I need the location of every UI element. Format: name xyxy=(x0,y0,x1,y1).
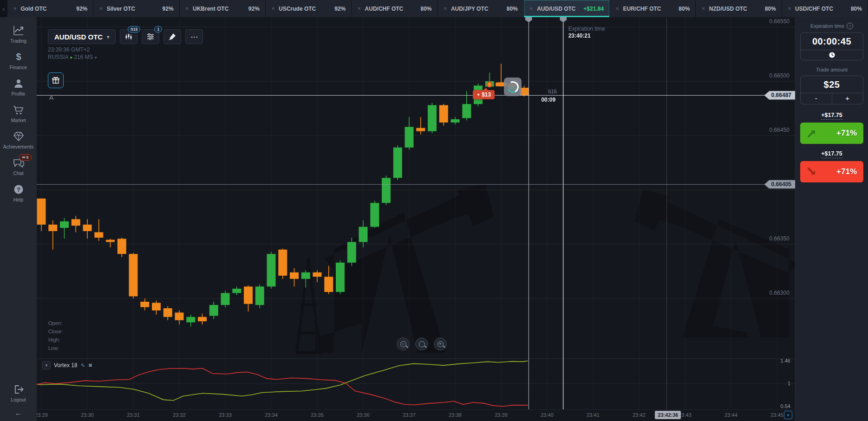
tab-asset-name: UKBrent OTC xyxy=(193,6,228,12)
tab-close-icon[interactable]: ✕ xyxy=(529,6,533,11)
price-axis-label: 0.66350 xyxy=(770,235,790,242)
svg-text:?: ? xyxy=(17,186,20,193)
current-price-badge: 0.66487 xyxy=(764,91,795,100)
candlestick-chart xyxy=(37,17,795,421)
asset-tab-eur-chf-otc[interactable]: ✕EUR/CHF OTC80% xyxy=(610,0,695,17)
asset-tab-gold-otc[interactable]: ✕Gold OTC92% xyxy=(7,0,93,17)
trading-app: ‹ ✕Gold OTC92%✕Silver OTC92%✕UKBrent OTC… xyxy=(0,0,868,421)
gift-button[interactable] xyxy=(48,72,64,88)
tab-close-icon[interactable]: ✕ xyxy=(701,6,705,11)
tab-close-icon[interactable]: ✕ xyxy=(615,6,619,11)
asset-tab-uscrude-otc[interactable]: ✕USCrude OTC92% xyxy=(266,0,351,17)
sidebar-item-market[interactable]: Market xyxy=(0,100,37,127)
tab-close-icon[interactable]: ✕ xyxy=(271,6,275,11)
trade-pending-spinner xyxy=(504,78,522,96)
more-tools-button[interactable]: ⋯ xyxy=(185,29,203,44)
chart-toolbar: AUD/USD OTC ▾ S15 1 xyxy=(48,29,203,44)
expiration-clock-button[interactable] xyxy=(801,50,863,60)
indicator-collapse-button[interactable]: ▼ xyxy=(42,361,51,369)
expiration-time-value[interactable]: 00:00:45 xyxy=(801,33,863,50)
zoom-in-button[interactable]: + xyxy=(434,337,447,350)
candles-layer xyxy=(37,64,529,327)
server-ping: 216 MS xyxy=(74,54,93,60)
tab-close-icon[interactable]: ✕ xyxy=(443,6,447,11)
sliders-icon xyxy=(146,32,155,41)
zoom-reset-button[interactable] xyxy=(415,337,428,350)
sell-down-button[interactable]: +71% xyxy=(800,161,863,182)
brush-icon xyxy=(168,32,176,41)
crosshair-time-badge: 23:42:36 xyxy=(655,411,681,419)
app-body: Trading$FinanceProfileMarketAchievements… xyxy=(0,17,868,421)
symbol-dropdown[interactable]: AUD/USD OTC ▾ xyxy=(48,29,116,44)
tab-close-icon[interactable]: ✕ xyxy=(13,6,17,11)
tab-profit-value: +$21.84 xyxy=(583,6,604,12)
timeframe-badge: S15 xyxy=(128,26,140,32)
sidebar: Trading$FinanceProfileMarketAchievements… xyxy=(0,17,37,421)
time-axis-label: 23:34 xyxy=(265,412,278,418)
tab-asset-name: USD/CHF OTC xyxy=(795,6,833,12)
tab-close-icon[interactable]: ✕ xyxy=(185,6,189,11)
asset-tab-aud-chf-otc[interactable]: ✕AUD/CHF OTC80% xyxy=(352,0,437,17)
indicators-button[interactable]: 1 xyxy=(142,29,159,44)
chart-main[interactable]: AUD/USD OTC ▾ S15 1 xyxy=(37,17,795,421)
timeline-collapse-button[interactable]: ▾ xyxy=(784,411,792,419)
time-axis-label: 23:32 xyxy=(173,412,186,418)
amount-plus-button[interactable]: + xyxy=(832,93,863,104)
time-axis-label: 23:29 xyxy=(37,412,48,418)
sidebar-item-label: Market xyxy=(11,117,26,123)
expiration-line-title: Expiration time xyxy=(568,26,605,32)
asset-tab-aud-usd-otc[interactable]: ✕AUD/USD OTC+$21.84 xyxy=(524,0,609,17)
sidebar-item-label: Finance xyxy=(10,65,27,70)
symbol-label: AUD/USD OTC xyxy=(54,33,103,41)
buy-up-button[interactable]: +71% xyxy=(800,123,863,144)
expiration-time-box: 00:00:45 xyxy=(800,32,863,60)
asset-tab-nzd-usd-otc[interactable]: ✕NZD/USD OTC80% xyxy=(696,0,781,17)
time-axis-label: 23:31 xyxy=(127,412,140,418)
time-axis-label: 23:33 xyxy=(219,412,232,418)
time-axis-label: 23:30 xyxy=(81,412,94,418)
ohlc-legend-row: High: xyxy=(48,336,63,344)
tab-close-icon[interactable]: ✕ xyxy=(99,6,103,11)
tab-close-icon[interactable]: ✕ xyxy=(788,6,791,11)
chart-type-button[interactable]: S15 xyxy=(120,29,137,44)
annotation-marker[interactable]: A xyxy=(49,94,53,101)
asset-tab-usd-chf-otc[interactable]: ✕USD/CHF OTC80% xyxy=(782,0,868,17)
sidebar-item-chat[interactable]: ✉8Chat xyxy=(0,153,37,180)
server-row[interactable]: RUSSIA ● 216 MS ▾ xyxy=(48,53,97,61)
sidebar-item-finance[interactable]: $Finance xyxy=(0,47,37,74)
server-name: RUSSIA xyxy=(48,54,68,60)
sidebar-item-logout[interactable]: Logout xyxy=(0,380,37,406)
tab-payout-percent: 92% xyxy=(248,6,260,12)
indicator-edit-icon[interactable]: ✎ xyxy=(81,363,85,369)
time-axis-label: 23:42 xyxy=(633,412,646,418)
loading-spinner-icon xyxy=(505,79,520,94)
indicator-header: ▼ Vortex 18 ✎ ✖ xyxy=(42,361,92,369)
sidebar-collapse-arrow[interactable]: ← xyxy=(15,406,22,418)
indicator-name: Vortex 18 xyxy=(54,362,78,369)
indicators-count-badge: 1 xyxy=(154,26,162,32)
tab-payout-percent: 80% xyxy=(679,6,690,12)
amount-minus-button[interactable]: - xyxy=(801,93,832,104)
chevron-down-icon: ▾ xyxy=(95,55,97,60)
asset-tab-silver-otc[interactable]: ✕Silver OTC92% xyxy=(93,0,179,17)
time-axis-label: 23:37 xyxy=(403,412,416,418)
payout-down-value: +$17.75 xyxy=(821,150,842,158)
sidebar-item-profile[interactable]: Profile xyxy=(0,74,37,100)
magnifier-icon xyxy=(419,341,425,347)
zoom-out-button[interactable]: − xyxy=(397,337,410,350)
indicator-close-icon[interactable]: ✖ xyxy=(88,363,92,369)
payout-up-value: +$17.75 xyxy=(821,112,842,120)
price-axis-label: 0.66300 xyxy=(770,290,790,296)
asset-tab-aud-jpy-otc[interactable]: ✕AUD/JPY OTC80% xyxy=(437,0,523,17)
sidebar-item-trading[interactable]: Trading xyxy=(0,21,37,47)
tab-close-icon[interactable]: ✕ xyxy=(357,6,361,11)
tabbar-back-chevron[interactable]: ‹ xyxy=(0,0,7,17)
trade-amount-value[interactable]: $25 xyxy=(801,76,863,93)
sidebar-item-help[interactable]: ?Help xyxy=(0,180,37,206)
asset-tab-ukbrent-otc[interactable]: ✕UKBrent OTC92% xyxy=(180,0,265,17)
sidebar-item-achievements[interactable]: Achievements xyxy=(0,127,37,153)
help-circle-icon[interactable]: ? xyxy=(847,23,853,29)
amount-stepper: - + xyxy=(801,93,863,104)
chart-meta: 23:39:36 GMT+2 RUSSIA ● 216 MS ▾ xyxy=(48,46,97,61)
drawing-tools-button[interactable] xyxy=(163,29,181,44)
